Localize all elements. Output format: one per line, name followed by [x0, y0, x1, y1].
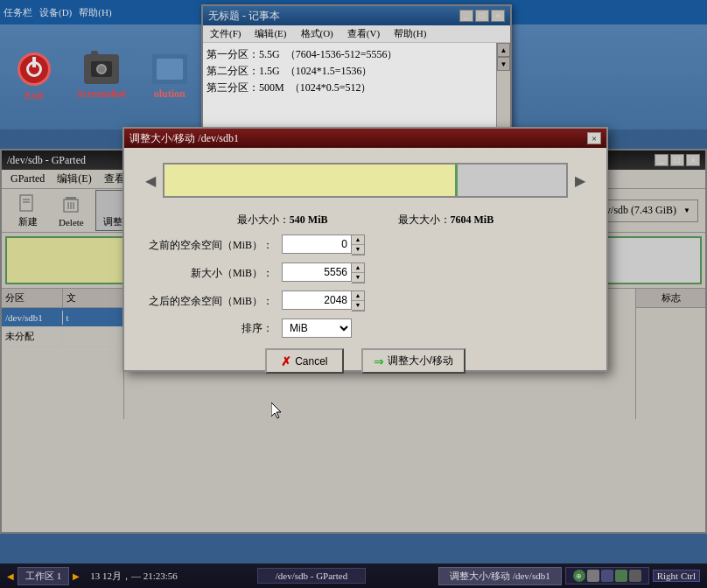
resize-graphic: ◀ ▶ [142, 158, 589, 202]
after-space-up[interactable]: ▲ [352, 291, 364, 301]
resize-dialog: 调整大小/移动 /dev/sdb1 × ◀ ▶ 最小大小：540 MiB 最大大… [122, 127, 608, 372]
resize-right-arrow[interactable]: ▶ [571, 163, 589, 198]
resize-apply-button[interactable]: ⇒ 调整大小/移动 [361, 348, 466, 374]
before-space-spinner: ▲ ▼ [352, 234, 365, 256]
modal-title: 调整大小/移动 /dev/sdb1 [130, 131, 239, 146]
new-size-input-group: ▲ ▼ [282, 262, 365, 284]
max-size-value: 7604 MiB [451, 214, 494, 226]
resize-used-portion [164, 164, 458, 196]
apply-arrow-icon: ⇒ [374, 354, 384, 368]
modal-buttons: ✗ Cancel ⇒ 调整大小/移动 [142, 348, 589, 374]
after-space-label: 之后的空余空间（MiB）： [142, 294, 282, 309]
before-space-up[interactable]: ▲ [352, 235, 364, 245]
before-space-input-group: ▲ ▼ [282, 234, 365, 256]
modal-close-button[interactable]: × [587, 132, 601, 144]
modal-titlebar: 调整大小/移动 /dev/sdb1 × [124, 129, 606, 148]
align-row: 排序： MiB [142, 318, 589, 338]
modal-overlay: 调整大小/移动 /dev/sdb1 × ◀ ▶ 最小大小：540 MiB 最大大… [0, 0, 707, 588]
size-info-row: 最小大小：540 MiB 最大大小：7604 MiB [142, 213, 589, 228]
align-select-wrapper: MiB [282, 318, 352, 338]
new-size-input[interactable] [282, 262, 352, 282]
resize-bar [163, 163, 568, 198]
after-space-row: 之后的空余空间（MiB）： ▲ ▼ [142, 290, 589, 312]
after-space-input[interactable] [282, 290, 352, 310]
min-size-value: 540 MiB [290, 214, 328, 226]
after-space-down[interactable]: ▼ [352, 301, 364, 311]
align-label: 排序： [142, 321, 282, 336]
resize-left-arrow[interactable]: ◀ [142, 163, 159, 198]
before-space-label: 之前的空余空间（MiB）： [142, 238, 282, 253]
new-size-down[interactable]: ▼ [352, 273, 364, 283]
before-space-down[interactable]: ▼ [352, 245, 364, 255]
before-space-input[interactable] [282, 234, 352, 254]
cancel-icon: ✗ [281, 354, 291, 368]
new-size-spinner: ▲ ▼ [352, 262, 365, 284]
modal-content: ◀ ▶ 最小大小：540 MiB 最大大小：7604 MiB 之前的空余空间（M… [124, 148, 606, 384]
new-size-row: 新大小（MiB）： ▲ ▼ [142, 262, 589, 284]
cancel-label: Cancel [295, 355, 327, 368]
cancel-button[interactable]: ✗ Cancel [265, 348, 343, 374]
align-select[interactable]: MiB [282, 318, 352, 338]
after-space-input-group: ▲ ▼ [282, 290, 365, 312]
resize-apply-label: 调整大小/移动 [388, 354, 453, 368]
new-size-up[interactable]: ▲ [352, 263, 364, 273]
resize-free-portion [458, 164, 566, 196]
max-size-label: 最大大小：7604 MiB [398, 213, 494, 228]
new-size-label: 新大小（MiB）： [142, 266, 282, 281]
after-space-spinner: ▲ ▼ [352, 290, 365, 312]
min-size-label: 最小大小：540 MiB [237, 213, 328, 228]
before-space-row: 之前的空余空间（MiB）： ▲ ▼ [142, 234, 589, 256]
